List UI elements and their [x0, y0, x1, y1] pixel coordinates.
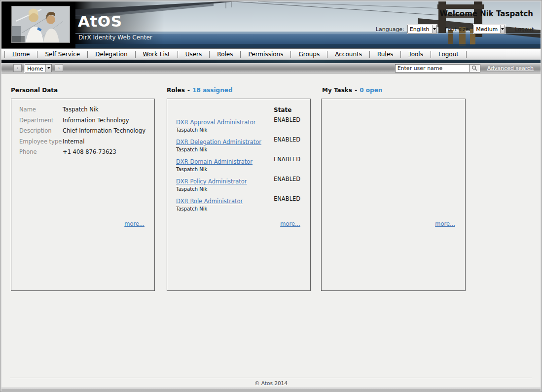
roles-title-separator: - [187, 87, 190, 94]
role-link[interactable]: DXR Domain Administrator [176, 159, 253, 165]
personal-field-row: NameTaspatch Nik [19, 107, 150, 113]
nav-item-self-service[interactable]: Self Service [37, 51, 87, 58]
role-owner: Taspatch Nik [176, 147, 307, 152]
atos-logo: AtʘS [78, 12, 122, 30]
personal-field-row: Phone+1 408 876-73623 [19, 149, 150, 155]
personal-data-fields: NameTaspatch NikDepartmentInformation Te… [19, 107, 150, 160]
nav-item-logout[interactable]: Logout [431, 51, 466, 58]
my-tasks-panel: more... [321, 99, 466, 291]
roles-count-badge: 18 assigned [192, 87, 232, 94]
nav-item-roles[interactable]: Roles [210, 51, 240, 58]
nav-item-permissions[interactable]: Permissions [241, 51, 290, 58]
personal-field-row: DepartmentInformation Technology [19, 117, 150, 124]
personal-data-title: Personal Data [11, 87, 58, 94]
app-subtitle: DirX Identity Web Center [78, 34, 152, 41]
role-owner: Taspatch Nik [176, 186, 307, 192]
people-photo [11, 6, 70, 43]
nav-item-users[interactable]: Users [178, 51, 210, 58]
role-row: DXR Delegation AdministratorENABLEDTaspa… [176, 137, 307, 152]
personal-field-row: Employee typeInternal [19, 139, 150, 145]
field-value: Taspatch Nik [63, 107, 99, 113]
language-select-button[interactable] [432, 25, 436, 33]
role-row: DXR Approval AdministratorENABLEDTaspatc… [176, 117, 307, 133]
nav-separator [466, 51, 467, 58]
field-value: Chief Information Technology [63, 128, 145, 134]
state-column-header: State [274, 107, 291, 113]
nav-forward-button[interactable]: › [55, 64, 63, 72]
role-state: ENABLED [274, 117, 300, 123]
language-select[interactable]: English [407, 25, 437, 34]
personal-more-link[interactable]: more... [124, 220, 145, 227]
magnifier-icon [471, 65, 477, 71]
app-chrome: AtʘS DirX Identity Web Center Welcome Ni… [1, 1, 541, 391]
nav-item-tools[interactable]: Tools [401, 51, 431, 58]
search-input[interactable] [395, 64, 469, 72]
field-label: Employee type [19, 139, 63, 145]
field-label: Name [19, 107, 63, 113]
bottom-frame [1, 388, 541, 391]
personal-data-panel: NameTaspatch NikDepartmentInformation Te… [11, 99, 155, 291]
breadcrumb-bar: ‹ Home › Advanced search [1, 63, 541, 73]
role-link[interactable]: DXR Approval Administrator [176, 119, 255, 126]
decor-strip [1, 60, 541, 63]
breadcrumb-select-button[interactable] [45, 65, 51, 72]
role-state: ENABLED [274, 176, 300, 182]
dashboard: Personal Data NameTaspatch NikDepartment… [1, 73, 541, 378]
footer-copyright: © Atos 2014 [1, 378, 541, 388]
role-row: DXR Role AdministratorENABLEDTaspatch Ni… [176, 196, 307, 212]
breadcrumb-select-value: Home [25, 65, 45, 72]
role-link[interactable]: DXR Role Administrator [176, 198, 243, 205]
font-size-select-button[interactable] [500, 25, 505, 33]
role-state: ENABLED [274, 137, 300, 143]
app-window: AtʘS DirX Identity Web Center Welcome Ni… [0, 0, 542, 392]
field-label: Department [19, 117, 63, 124]
header-controls: Language: English Font size: Medium Logo… [376, 25, 534, 34]
role-link[interactable]: DXR Delegation Administrator [176, 139, 261, 145]
people-photo-art [12, 6, 70, 42]
field-value: +1 408 876-73623 [63, 149, 116, 155]
font-size-select[interactable]: Medium [473, 25, 505, 34]
role-owner: Taspatch Nik [176, 167, 307, 172]
main-nav: HomeSelf ServiceDelegationWork ListUsers… [1, 48, 541, 60]
triangle-down-icon [47, 67, 50, 69]
breadcrumb-select[interactable]: Home [25, 64, 52, 72]
role-owner: Taspatch Nik [176, 127, 307, 133]
role-link[interactable]: DXR Policy Administrator [176, 178, 247, 185]
nav-item-work-list[interactable]: Work List [136, 51, 178, 58]
font-size-select-value: Medium [474, 25, 500, 33]
role-state: ENABLED [274, 196, 300, 202]
field-value: Internal [63, 139, 84, 145]
field-label: Phone [19, 149, 63, 155]
language-select-value: English [408, 25, 432, 33]
role-row: DXR Policy AdministratorENABLEDTaspatch … [176, 176, 307, 192]
nav-item-groups[interactable]: Groups [291, 51, 327, 58]
nav-item-home[interactable]: Home [5, 51, 37, 58]
role-row: DXR Domain AdministratorENABLEDTaspatch … [176, 156, 307, 172]
my-tasks-more-link[interactable]: more... [435, 220, 455, 227]
personal-field-row: DescriptionChief Information Technology [19, 128, 150, 134]
nav-item-delegation[interactable]: Delegation [88, 51, 135, 58]
nav-item-rules[interactable]: Rules [370, 51, 400, 58]
roles-title: Roles - 18 assigned [167, 87, 232, 94]
my-tasks-title-text: My Tasks [322, 87, 352, 94]
search-button[interactable] [469, 64, 480, 72]
roles-panel: State DXR Approval AdministratorENABLEDT… [167, 99, 311, 291]
roles-more-link[interactable]: more... [280, 220, 300, 227]
role-state: ENABLED [274, 156, 300, 163]
my-tasks-count-badge: 0 open [360, 87, 382, 94]
my-tasks-title: My Tasks - 0 open [322, 87, 382, 94]
field-value: Information Technology [63, 117, 129, 124]
personal-data-title-text: Personal Data [11, 87, 58, 94]
roles-list: DXR Approval AdministratorENABLEDTaspatc… [176, 117, 307, 215]
triangle-down-icon [501, 28, 504, 30]
roles-title-text: Roles [167, 87, 185, 94]
nav-back-button[interactable]: ‹ [13, 64, 22, 72]
triangle-down-icon [433, 28, 436, 30]
field-label: Description [19, 128, 63, 134]
nav-item-accounts[interactable]: Accounts [327, 51, 369, 58]
advanced-search-link[interactable]: Advanced search [487, 65, 534, 71]
my-tasks-title-separator: - [354, 87, 358, 94]
welcome-text: Welcome Nik Taspatch [440, 9, 533, 18]
language-label: Language: [376, 26, 404, 33]
logout-link[interactable]: Logout [515, 26, 534, 33]
